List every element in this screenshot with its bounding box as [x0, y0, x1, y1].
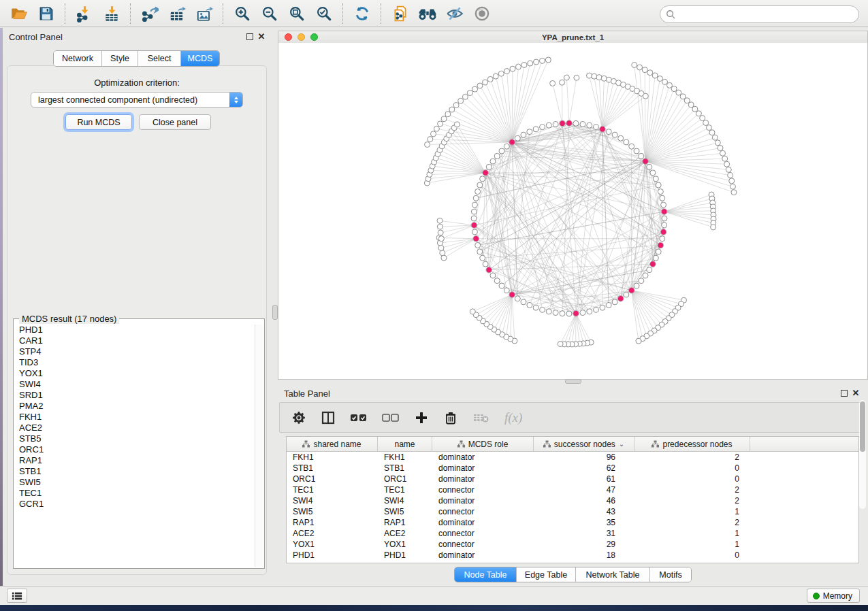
table-row[interactable]: PHD1PHD1dominator180	[287, 550, 858, 561]
cell-successor_nodes: 31	[534, 529, 634, 538]
task-history-button[interactable]	[7, 589, 27, 603]
tab-edge-table[interactable]: Edge Table	[517, 567, 576, 582]
mcds-result-item[interactable]: FKH1	[19, 412, 255, 423]
cell-shared_name: FKH1	[287, 452, 378, 462]
float-panel-icon[interactable]	[246, 33, 253, 40]
zoom-fit-icon	[288, 5, 306, 22]
tab-mcds[interactable]: MCDS	[181, 51, 219, 66]
toolbar-separator	[65, 3, 66, 24]
import-table-button[interactable]	[99, 2, 124, 25]
splitter-grip[interactable]	[565, 379, 581, 384]
add-column-icon[interactable]	[414, 410, 429, 425]
show-hide-button[interactable]	[470, 2, 494, 25]
mcds-result-item[interactable]: GCR1	[19, 499, 255, 510]
tab-style[interactable]: Style	[102, 51, 138, 66]
splitter-grip[interactable]	[272, 305, 278, 320]
search-box	[660, 5, 859, 23]
show-columns-icon[interactable]	[321, 410, 336, 425]
graphics-details-button[interactable]	[443, 2, 467, 25]
search-input[interactable]	[676, 7, 858, 21]
cell-name: ACE2	[378, 529, 432, 538]
cell-successor_nodes: 43	[534, 507, 634, 516]
column-header-MCDS-role[interactable]: MCDS role	[432, 437, 534, 451]
zoom-in-icon	[234, 5, 251, 22]
import-network-button[interactable]	[72, 2, 97, 25]
table-options-gear-icon[interactable]	[291, 410, 306, 425]
cell-mcds_role: dominator	[432, 463, 534, 473]
table-row[interactable]: SWI4SWI4dominator462	[287, 495, 858, 506]
mcds-result-item[interactable]: STB1	[19, 466, 255, 477]
deselect-all-icon[interactable]	[382, 412, 400, 424]
delete-table-icon[interactable]	[472, 411, 490, 425]
table-row[interactable]: TEC1TEC1connector472	[287, 484, 858, 495]
zoom-selected-button[interactable]	[312, 2, 336, 25]
column-header-successor-nodes[interactable]: successor nodes⌄	[534, 437, 634, 451]
select-all-icon[interactable]	[350, 412, 368, 424]
scrollbar-thumb[interactable]	[860, 401, 865, 452]
zoom-fit-button[interactable]	[285, 2, 309, 25]
mcds-result-item[interactable]: TEC1	[19, 488, 255, 499]
mcds-result-item[interactable]: ACE2	[19, 423, 255, 433]
network-window-titlebar[interactable]: YPA_prune.txt_1	[278, 31, 867, 44]
export-network-button[interactable]	[138, 2, 162, 25]
mcds-result-item[interactable]: YOX1	[19, 368, 255, 379]
table-row[interactable]: FKH1FKH1dominator962	[287, 452, 858, 463]
column-header-predecessor-nodes[interactable]: predecessor nodes	[634, 437, 750, 451]
mcds-result-item[interactable]: SWI4	[19, 379, 255, 390]
memory-button[interactable]: Memory	[807, 589, 860, 603]
first-neighbors-button[interactable]	[415, 2, 440, 25]
optimization-criterion-select[interactable]: largest connected component (undirected)	[31, 92, 243, 108]
run-mcds-button[interactable]: Run MCDS	[65, 114, 132, 130]
mcds-result-item[interactable]: PHD1	[19, 325, 255, 335]
mcds-result-item[interactable]: CAR1	[19, 335, 255, 346]
mcds-result-item[interactable]: ORC1	[19, 444, 255, 455]
cell-predecessor_nodes: 1	[634, 529, 750, 538]
export-image-button[interactable]	[192, 2, 216, 25]
close-panel-button[interactable]: Close panel	[139, 114, 211, 130]
cell-successor_nodes: 62	[534, 463, 634, 473]
network-canvas[interactable]	[278, 43, 867, 379]
table-row[interactable]: YOX1YOX1connector291	[287, 539, 858, 550]
refresh-button[interactable]	[350, 2, 374, 25]
tab-node-table[interactable]: Node Table	[455, 567, 517, 582]
table-scrollbar[interactable]	[859, 400, 866, 509]
mcds-result-item[interactable]: TID3	[19, 357, 255, 368]
table-row[interactable]: RAP1RAP1dominator352	[287, 517, 858, 528]
cell-name: SWI4	[378, 496, 432, 506]
zoom-in-button[interactable]	[230, 2, 255, 25]
column-header-shared-name[interactable]: shared name	[287, 437, 378, 451]
mcds-result-item[interactable]: STP4	[19, 346, 255, 357]
table-row[interactable]: ORC1ORC1dominator610	[287, 474, 858, 484]
clone-network-button[interactable]	[388, 2, 413, 25]
mcds-result-title: MCDS result (17 nodes)	[19, 314, 119, 324]
table-row[interactable]: SWI5SWI5connector431	[287, 506, 858, 517]
close-panel-icon[interactable]: ✕	[851, 389, 861, 398]
mcds-result-item[interactable]: PMA2	[19, 401, 255, 412]
mcds-result-list[interactable]: PHD1CAR1STP4TID3YOX1SWI4SRD1PMA2FKH1ACE2…	[14, 325, 255, 567]
export-table-button[interactable]	[165, 2, 189, 25]
mcds-result-item[interactable]: SWI5	[19, 477, 255, 488]
float-panel-icon[interactable]	[841, 390, 848, 397]
tab-network[interactable]: Network	[54, 51, 102, 66]
save-session-button[interactable]	[34, 2, 59, 25]
open-file-button[interactable]	[7, 2, 31, 25]
cell-name: STB1	[378, 463, 432, 473]
mcds-result-item[interactable]: STB5	[19, 433, 255, 444]
close-panel-icon[interactable]: ✕	[257, 32, 266, 42]
column-header-name[interactable]: name	[378, 437, 432, 451]
zoom-out-button[interactable]	[257, 2, 282, 25]
mcds-result-item[interactable]: SRD1	[19, 390, 255, 401]
cell-predecessor_nodes: 0	[634, 474, 750, 484]
toolbar-separator	[223, 3, 224, 24]
tab-select[interactable]: Select	[138, 51, 181, 66]
function-builder-icon[interactable]: f(x)	[504, 410, 522, 425]
tab-motifs[interactable]: Motifs	[650, 567, 691, 582]
vertical-splitter[interactable]	[272, 28, 278, 585]
mcds-list-scrollbar[interactable]	[255, 325, 263, 567]
table-row[interactable]: STB1STB1dominator620	[287, 463, 858, 474]
horizontal-splitter[interactable]	[278, 379, 868, 384]
table-row[interactable]: ACE2ACE2connector311	[287, 528, 858, 539]
tab-network-table[interactable]: Network Table	[576, 567, 650, 582]
mcds-result-item[interactable]: RAP1	[19, 455, 255, 466]
delete-column-icon[interactable]	[443, 410, 458, 425]
